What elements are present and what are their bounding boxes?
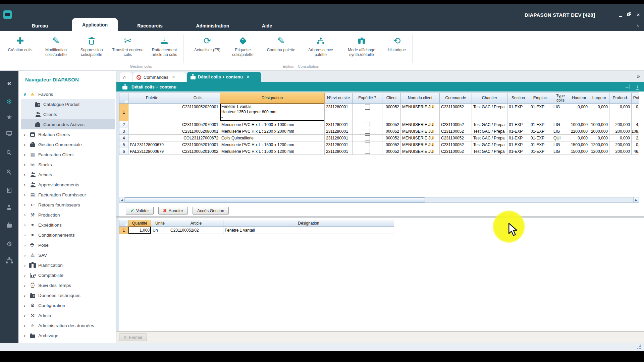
grid-cell[interactable] <box>353 148 382 155</box>
grid-corner-cell[interactable] <box>119 220 128 227</box>
grid-cell[interactable]: LIG <box>552 121 569 128</box>
row-number-cell[interactable]: 4 <box>119 135 128 141</box>
grid-cell[interactable]: MENUISERIE JUI <box>401 141 440 148</box>
grid-cell[interactable]: 200,000 <box>609 148 632 155</box>
horizontal-scrollbar[interactable]: ◀ ▶ <box>119 197 639 203</box>
grid-cell[interactable]: 200,000 <box>609 128 632 135</box>
rail-sitemap[interactable] <box>0 256 18 265</box>
ribbon-item[interactable]: ⟳Actualiser (F5) <box>189 35 225 52</box>
chevron-right-icon[interactable]: › <box>21 323 29 328</box>
scrollbar-track[interactable] <box>425 197 633 202</box>
collapse-ribbon-icon[interactable]: ∧ <box>636 23 639 28</box>
grid-cell[interactable]: PAL231128000679 <box>128 141 176 148</box>
acces-gestion-button[interactable]: Accès Gestion <box>193 207 229 215</box>
chevron-right-icon[interactable]: › <box>21 172 29 177</box>
sidebar-item[interactable]: ›Planification <box>21 260 115 270</box>
ribbon-item[interactable]: ✚Création colis <box>2 35 38 52</box>
grid-cell[interactable] <box>128 135 176 141</box>
grid-cell[interactable]: C231100052070001 <box>176 121 220 128</box>
chevron-right-icon[interactable]: › <box>21 192 29 197</box>
grid-cell[interactable]: 1500,000 <box>569 148 589 155</box>
rail-collapse-left[interactable]: « <box>0 79 18 88</box>
sidebar-item[interactable]: ›Approvisionnements <box>21 180 115 190</box>
chevron-right-icon[interactable]: › <box>21 303 29 308</box>
sidebar-item[interactable]: ›⚭Expéditions <box>21 220 115 230</box>
checkbox[interactable] <box>365 105 370 110</box>
sidebar-item[interactable]: ›⛑Pose <box>21 240 115 250</box>
tab-commandes[interactable]: Commandes✕ <box>133 72 186 82</box>
tab-home[interactable]: ⌂ <box>120 72 132 82</box>
grid-cell[interactable]: 200,000 <box>609 121 632 128</box>
grid-cell[interactable]: 2311280001 <box>325 141 353 148</box>
sidebar-item[interactable]: ›Données Techniques <box>21 290 115 300</box>
sidebar-item[interactable]: ›⚭Conditionnements <box>21 230 115 240</box>
ribbon-item[interactable]: ⟲Historique <box>379 35 415 52</box>
checkbox[interactable] <box>365 135 370 140</box>
sidebar-item[interactable]: ›⚠SAV <box>21 250 115 260</box>
annuler-button[interactable]: ✖ Annuler <box>158 207 188 215</box>
export-down-icon[interactable]: ↓ <box>636 84 639 89</box>
chevron-right-icon[interactable]: › <box>21 152 29 157</box>
rail-invoice-euro[interactable] <box>0 186 18 195</box>
grid-cell[interactable]: 0, <box>632 104 639 121</box>
column-header[interactable]: Palette <box>128 93 176 104</box>
grid-cell[interactable]: 2311280001 <box>325 104 353 121</box>
grid-cell[interactable]: QUI <box>552 135 569 141</box>
grid-cell[interactable]: 01-EXP <box>507 104 529 121</box>
grid-cell[interactable]: MENUISERIE JUI <box>401 121 440 128</box>
column-header[interactable]: Quantité <box>128 220 151 227</box>
row-number-cell[interactable]: 1 <box>119 104 128 121</box>
grid-cell[interactable]: 01-EXP <box>529 128 552 135</box>
grid-cell[interactable]: 000052 <box>382 104 401 121</box>
grid-cell[interactable]: Test GAC / Prepa <box>472 135 507 141</box>
rail-search[interactable] <box>0 148 18 157</box>
grid-cell[interactable]: 01-EXP <box>507 121 529 128</box>
sidebar-item[interactable]: Clients <box>21 109 115 119</box>
close-button[interactable]: ✕ <box>635 12 642 18</box>
column-header[interactable]: Profond. <box>609 93 632 104</box>
row-number-cell[interactable]: 5 <box>119 141 128 148</box>
menu-tab-application[interactable]: Application <box>72 18 118 31</box>
grid-cell[interactable]: 1500,000 <box>569 141 589 148</box>
rail-favorites[interactable]: ★ <box>0 113 18 121</box>
grid-cell[interactable]: MENUISERIE JUI <box>401 148 440 155</box>
grid-cell[interactable]: 1200,000 <box>589 141 609 148</box>
column-header[interactable]: Commande <box>440 93 472 104</box>
chevron-right-icon[interactable]: › <box>21 182 29 187</box>
column-header[interactable]: Type colis <box>552 93 569 104</box>
grid-cell[interactable]: 01-EXP <box>529 148 552 155</box>
sidebar-item[interactable]: ›Comptabilité <box>21 270 115 280</box>
column-header[interactable]: Poi <box>632 93 639 104</box>
column-header[interactable]: Hauteur <box>569 93 589 104</box>
column-header[interactable]: Unité <box>151 220 169 227</box>
grid-cell[interactable] <box>353 104 382 121</box>
grid-cell[interactable]: C231100052 <box>440 128 472 135</box>
grid-cell[interactable]: LIG <box>552 148 569 155</box>
scroll-right-arrow[interactable]: ▶ <box>633 197 639 202</box>
grid-cell[interactable]: 000052 <box>382 135 401 141</box>
minimize-button[interactable] <box>617 12 624 18</box>
chevron-right-icon[interactable]: › <box>21 202 29 207</box>
chevron-right-icon[interactable]: › <box>21 263 29 268</box>
grid-cell[interactable]: 2311280001 <box>325 135 353 141</box>
grid-cell[interactable]: C231100052080001 <box>176 128 220 135</box>
grid-cell[interactable]: 000052 <box>382 121 401 128</box>
column-header[interactable]: Section <box>507 93 529 104</box>
chevron-right-icon[interactable]: › <box>21 132 29 137</box>
goto-last-icon[interactable]: → <box>625 84 630 89</box>
grid-cell[interactable]: 000052 <box>382 148 401 155</box>
grid-cell[interactable] <box>353 121 382 128</box>
column-header[interactable]: Client <box>382 93 401 104</box>
sidebar-item[interactable]: Commandes Actives <box>21 119 115 129</box>
grid-cell[interactable]: 0,000 <box>609 104 632 121</box>
rail-briefcase[interactable] <box>0 221 18 229</box>
sidebar-item[interactable]: ›⚠Administration des données <box>21 320 115 330</box>
ribbon-item[interactable]: ✎Modification colis/palette <box>38 35 74 57</box>
grid-cell[interactable]: 2311280001 <box>325 148 353 155</box>
sidebar-item[interactable]: ›Relation Clients <box>21 129 115 139</box>
menu-tab-aide[interactable]: Aide <box>254 20 280 31</box>
grid-cell[interactable]: Test GAC / Prepa <box>472 104 507 121</box>
column-header[interactable]: Article <box>169 220 223 227</box>
grid-cell[interactable]: MENUISERIE JUI <box>401 128 440 135</box>
sidebar-item[interactable]: ›⌚Suivi des Temps <box>21 280 115 290</box>
